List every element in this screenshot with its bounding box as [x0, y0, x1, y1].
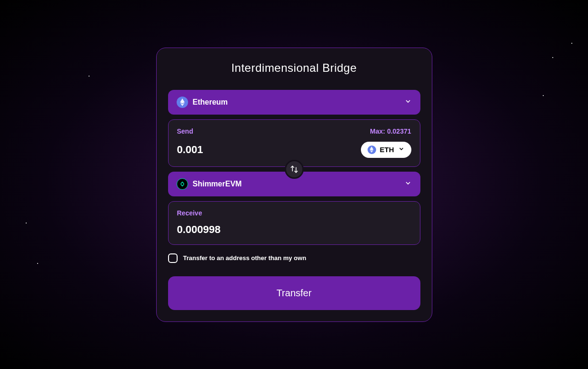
chevron-down-icon: [398, 146, 405, 154]
other-address-checkbox[interactable]: [168, 253, 178, 263]
token-symbol: ETH: [380, 146, 394, 154]
bridge-card: Interdimensional Bridge Ethereum Send Ma…: [156, 48, 432, 322]
receive-panel-header: Receive: [177, 209, 411, 217]
chevron-down-icon: [404, 97, 412, 107]
transfer-button[interactable]: Transfer: [168, 276, 420, 310]
swap-wrapper: [168, 167, 420, 172]
swap-direction-button[interactable]: [285, 160, 304, 179]
token-selector[interactable]: ETH: [361, 142, 411, 158]
source-chain-selector[interactable]: Ethereum: [168, 90, 420, 115]
ethereum-icon: [177, 97, 188, 108]
receive-panel-body: 0.000998: [177, 223, 411, 236]
destination-chain-name: ShimmerEVM: [193, 180, 242, 188]
destination-chain-left: ShimmerEVM: [177, 178, 242, 190]
send-label: Send: [177, 127, 193, 135]
page-title: Interdimensional Bridge: [168, 61, 420, 75]
other-address-label: Transfer to an address other than my own: [183, 254, 307, 262]
other-address-row: Transfer to an address other than my own: [168, 253, 420, 263]
source-chain-name: Ethereum: [193, 98, 228, 107]
send-panel-body: ETH: [177, 142, 411, 158]
max-balance-label[interactable]: Max: 0.02371: [370, 127, 411, 135]
receive-label: Receive: [177, 209, 202, 217]
svg-point-0: [181, 183, 184, 185]
ethereum-token-icon: [368, 146, 376, 154]
send-amount-input[interactable]: [177, 144, 318, 156]
source-chain-left: Ethereum: [177, 97, 228, 108]
chevron-down-icon: [404, 179, 412, 189]
swap-arrows-icon: [290, 165, 299, 174]
shimmer-icon: [177, 178, 188, 190]
receive-panel: Receive 0.000998: [168, 201, 420, 245]
receive-amount-value: 0.000998: [177, 223, 318, 236]
send-panel-header: Send Max: 0.02371: [177, 127, 411, 135]
